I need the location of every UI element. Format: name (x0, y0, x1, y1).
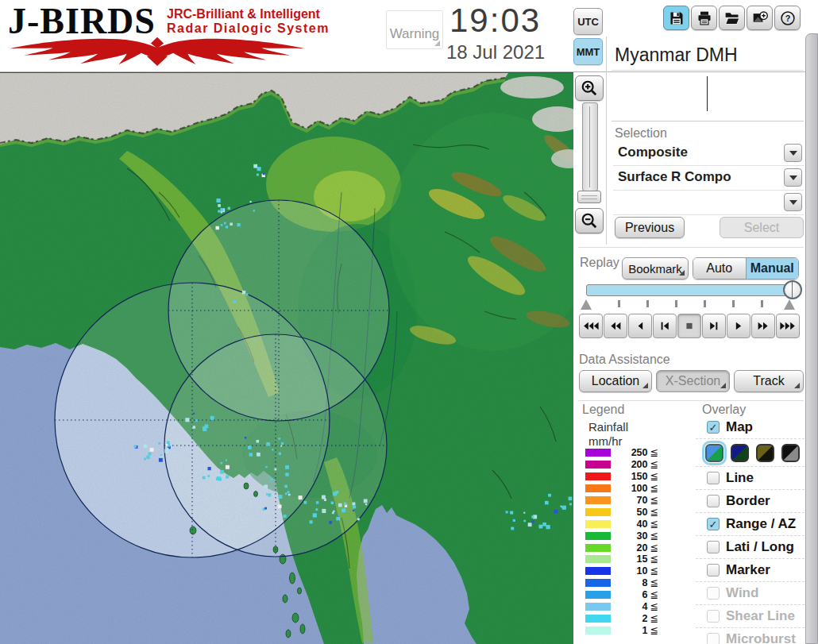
overlay-item-label: Border (726, 493, 770, 509)
legend-color-swatch (585, 532, 611, 540)
overlay-item-lati-long[interactable]: Lati / Long (696, 536, 804, 559)
eagle-logo-icon (5, 35, 310, 67)
checkbox[interactable] (707, 610, 720, 623)
open-folder-button[interactable] (719, 6, 745, 30)
panel-splitter[interactable] (805, 33, 818, 644)
legend-row: 15≦ (585, 553, 658, 565)
timeline-start-marker[interactable] (581, 299, 592, 310)
frame-forward-button[interactable] (702, 314, 726, 338)
map-style-swatch[interactable] (756, 444, 774, 462)
legend-value: 50 (611, 507, 650, 518)
timeline-end-marker[interactable] (784, 299, 795, 310)
mmt-button[interactable]: MMT (573, 38, 603, 65)
rewind-double-button[interactable] (604, 314, 627, 338)
bookmark-button[interactable]: Bookmark (622, 257, 689, 280)
print-icon (696, 10, 712, 26)
legend-color-swatch (585, 508, 611, 516)
zoom-in-button[interactable] (575, 75, 604, 101)
select-button[interactable]: Select (720, 217, 804, 238)
overlay-item-label: Lati / Long (726, 539, 794, 555)
print-button[interactable] (691, 6, 717, 30)
warning-button[interactable]: Warning (386, 10, 443, 49)
overlay-item-wind[interactable]: Wind (696, 582, 804, 605)
zoom-out-button[interactable] (575, 208, 604, 233)
zoom-slider-handle[interactable] (577, 191, 601, 203)
checkbox[interactable] (707, 564, 720, 577)
timeline-tick (646, 300, 649, 307)
replay-slider-handle[interactable] (783, 280, 802, 299)
help-button[interactable]: ? (774, 6, 801, 30)
dropdown-product[interactable]: Surface R Compo (613, 166, 804, 191)
legend-lte-symbol: ≦ (650, 579, 658, 587)
timeline-tick (732, 300, 735, 307)
track-button[interactable]: Track (734, 370, 804, 392)
help-icon: ? (780, 10, 796, 26)
manual-mode-button[interactable]: Manual (747, 258, 799, 279)
rewind-triple-button[interactable] (579, 314, 603, 338)
auto-mode-button[interactable]: Auto (693, 258, 747, 279)
legend-row: 10≦ (585, 565, 658, 577)
stop-icon (680, 320, 699, 332)
overlay-checkbox-list: ✓MapLineBorder✓Range / AZLati / LongMark… (696, 416, 804, 644)
location-button[interactable]: Location (579, 370, 652, 392)
zoom-slider-track[interactable] (582, 102, 598, 191)
chevron-down-icon[interactable] (784, 193, 802, 211)
forward-double-button[interactable] (751, 314, 775, 338)
legend-value: 4 (611, 601, 650, 612)
map-style-swatch[interactable] (731, 444, 749, 462)
legend-row: 2≦ (585, 612, 658, 624)
legend-value: 200 (611, 459, 650, 470)
legend-row: 150≦ (585, 471, 658, 483)
checkbox[interactable] (707, 633, 720, 644)
radar-map-viewport[interactable] (0, 71, 573, 644)
replay-timeline-slider[interactable] (586, 284, 796, 296)
overlay-item-map[interactable]: ✓Map (696, 416, 804, 439)
overlay-item-label: Map (726, 419, 753, 435)
legend-lte-symbol: ≦ (650, 567, 658, 575)
utc-button[interactable]: UTC (573, 8, 603, 35)
checkbox[interactable]: ✓ (707, 518, 720, 530)
frame-back-button[interactable] (653, 314, 677, 338)
add-image-button[interactable] (747, 6, 773, 30)
map-style-swatch[interactable] (705, 444, 723, 462)
overlay-item-border[interactable]: Border (696, 490, 804, 513)
checkbox[interactable]: ✓ (707, 421, 720, 434)
app-logo-tagline: JRC-Brilliant & Intelligent Radar Dialog… (167, 7, 330, 36)
dropdown-value: Surface R Compo (618, 169, 731, 185)
checkbox[interactable] (707, 495, 720, 507)
previous-button[interactable]: Previous (615, 217, 685, 238)
legend-color-swatch (585, 484, 611, 492)
checkbox[interactable] (707, 541, 720, 553)
forward-triple-icon (778, 320, 797, 332)
step-back-icon (631, 320, 650, 332)
dropdown-empty[interactable] (613, 191, 804, 215)
x-section-button[interactable]: X-Section (656, 370, 730, 392)
chevron-down-icon[interactable] (784, 168, 802, 187)
save-button[interactable] (663, 6, 689, 30)
legend-lte-symbol: ≦ (650, 627, 658, 634)
legend-color-swatch (585, 472, 611, 480)
overlay-item-shear-line[interactable]: Shear Line (696, 605, 804, 628)
checkbox[interactable] (707, 587, 720, 600)
legend-color-swatch (585, 520, 611, 528)
checkbox[interactable] (707, 472, 720, 484)
overlay-item-microburst[interactable]: Microburst (696, 628, 804, 644)
overlay-item-marker[interactable]: Marker (696, 559, 804, 582)
step-back-button[interactable] (628, 314, 652, 338)
radar-map[interactable] (0, 73, 573, 644)
chevron-down-icon[interactable] (784, 144, 802, 162)
stop-button[interactable] (677, 314, 701, 338)
frame-forward-icon (704, 320, 723, 332)
j-birds-app: J-BIRDS JRC-Brilliant & Intelligent Rada… (0, 0, 818, 644)
overlay-item-range-az[interactable]: ✓Range / AZ (696, 513, 804, 536)
timeline-tick (761, 300, 763, 307)
legend-row: 40≦ (585, 518, 658, 530)
legend-row: 6≦ (585, 589, 658, 601)
map-style-swatch[interactable] (781, 444, 800, 462)
play-button[interactable] (727, 314, 750, 338)
dropdown-composite[interactable]: Composite (613, 141, 804, 166)
overlay-item-line[interactable]: Line (696, 467, 804, 490)
legend-lte-symbol: ≦ (650, 461, 658, 469)
legend-lte-symbol: ≦ (650, 555, 658, 563)
forward-triple-button[interactable] (776, 314, 800, 338)
